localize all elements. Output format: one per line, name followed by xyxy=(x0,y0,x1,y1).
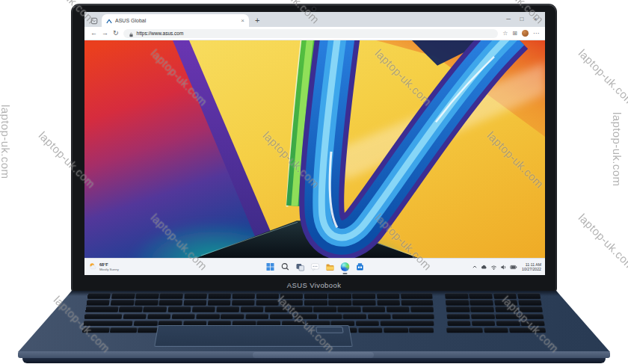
key xyxy=(392,313,434,319)
browser-tab[interactable]: ASUS Global × xyxy=(102,14,249,27)
fingerprint-sensor xyxy=(315,327,343,333)
key xyxy=(446,313,470,319)
key xyxy=(447,321,471,327)
watermark-text: laptop-uk.com xyxy=(576,211,628,272)
webpage-hero-wallpaper xyxy=(84,40,545,258)
close-button[interactable]: × xyxy=(529,12,542,27)
back-button[interactable]: ← xyxy=(90,30,97,37)
key xyxy=(353,300,376,305)
window-controls: ─ □ × xyxy=(502,12,542,27)
key xyxy=(294,313,317,319)
laptop-front-edge xyxy=(18,351,610,358)
key xyxy=(517,293,541,298)
key xyxy=(289,306,313,312)
key xyxy=(232,300,255,305)
key xyxy=(147,313,171,319)
key xyxy=(495,306,519,312)
key xyxy=(82,327,109,333)
key xyxy=(85,306,118,312)
webcam-dot xyxy=(313,7,315,10)
system-tray: 11:11 AM 10/27/2022 xyxy=(472,259,541,275)
address-bar[interactable]: https://www.asus.com xyxy=(123,29,499,38)
tab-actions-icon[interactable] xyxy=(88,14,100,27)
key xyxy=(84,313,123,319)
laptop-bottom-chassis xyxy=(22,357,606,363)
key xyxy=(245,313,268,319)
battery-icon[interactable] xyxy=(510,264,517,271)
key xyxy=(496,321,520,327)
key xyxy=(401,300,433,305)
lid-open-notch xyxy=(253,352,374,358)
browser-menu-icon[interactable]: ⋯ xyxy=(533,31,539,37)
profile-avatar[interactable] xyxy=(522,30,529,37)
key xyxy=(352,293,375,298)
key xyxy=(110,327,137,333)
key xyxy=(520,313,544,319)
wifi-icon[interactable] xyxy=(490,264,497,271)
tab-close-icon[interactable]: × xyxy=(241,18,244,24)
laptop-screen: ASUS Global × + ─ □ × ← → ↻ xyxy=(84,12,545,275)
windows-taskbar: 68°F Mostly Sunny xyxy=(84,258,545,275)
key xyxy=(472,321,496,327)
product-photo-canvas: ASUS Global × + ─ □ × ← → ↻ xyxy=(0,0,628,364)
browser-toolbar: ← → ↻ https://www.asus.com ☆ ⊞ ⋯ xyxy=(84,27,545,40)
key xyxy=(183,300,206,305)
key xyxy=(520,321,544,327)
key xyxy=(134,321,158,327)
weather-condition: Mostly Sunny xyxy=(99,268,119,271)
start-button-icon[interactable] xyxy=(265,262,275,272)
key xyxy=(304,293,327,298)
key xyxy=(509,327,546,333)
search-icon[interactable] xyxy=(280,262,290,272)
edge-browser-icon[interactable] xyxy=(340,262,350,272)
asus-favicon-icon xyxy=(106,14,112,28)
new-tab-button[interactable]: + xyxy=(255,16,259,27)
key xyxy=(446,306,470,312)
key xyxy=(304,300,327,305)
key xyxy=(328,293,351,298)
key xyxy=(494,300,518,305)
key xyxy=(401,293,433,298)
key xyxy=(167,306,191,312)
laptop-deck xyxy=(0,291,628,352)
favorites-star-icon[interactable]: ☆ xyxy=(502,31,508,37)
tray-chevron-icon[interactable] xyxy=(472,264,478,270)
key xyxy=(86,300,110,305)
weather-widget[interactable]: 68°F Mostly Sunny xyxy=(89,260,119,274)
key xyxy=(518,300,542,305)
forward-button[interactable]: → xyxy=(102,30,108,37)
key xyxy=(111,293,135,298)
key xyxy=(471,313,495,319)
key xyxy=(256,293,280,298)
key xyxy=(143,306,167,312)
key xyxy=(318,313,342,319)
key xyxy=(280,293,304,298)
key xyxy=(216,306,239,312)
key xyxy=(83,321,133,327)
key xyxy=(387,306,410,312)
key xyxy=(338,306,361,312)
task-view-icon[interactable] xyxy=(295,262,305,272)
collections-icon[interactable]: ⊞ xyxy=(512,31,517,37)
onedrive-cloud-icon[interactable] xyxy=(481,264,487,271)
taskbar-clock[interactable]: 11:11 AM 10/27/2022 xyxy=(522,262,541,272)
key xyxy=(313,306,336,312)
tab-title: ASUS Global xyxy=(115,18,238,23)
minimize-button[interactable]: ─ xyxy=(502,12,515,27)
brand-text: ASUS Vivobook xyxy=(72,281,556,289)
key xyxy=(470,300,493,305)
key xyxy=(241,306,264,312)
file-explorer-icon[interactable] xyxy=(325,262,335,272)
trackpad xyxy=(154,325,353,347)
refresh-button[interactable]: ↻ xyxy=(113,30,119,37)
key xyxy=(343,313,366,319)
maximize-button[interactable]: □ xyxy=(515,12,529,27)
key xyxy=(135,293,158,298)
watermark-text: laptop-uk.com xyxy=(0,105,12,179)
microsoft-store-icon[interactable] xyxy=(355,262,365,272)
watermark-text: laptop-uk.com xyxy=(576,46,628,108)
volume-icon[interactable] xyxy=(500,264,507,271)
key xyxy=(184,293,207,298)
chat-icon[interactable] xyxy=(310,262,320,272)
clock-date: 10/27/2022 xyxy=(522,267,541,272)
